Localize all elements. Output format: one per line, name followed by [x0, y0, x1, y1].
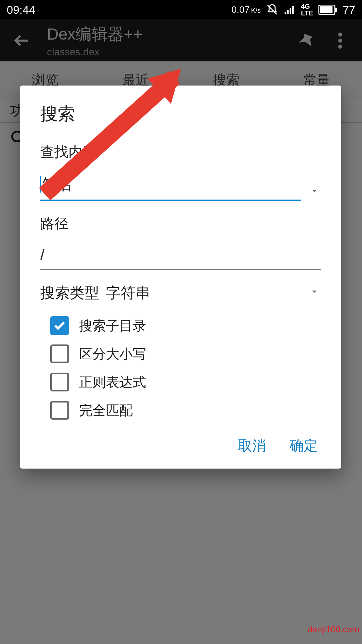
checkbox-case[interactable]: 区分大小写	[50, 344, 321, 363]
path-input[interactable]: /	[40, 243, 321, 270]
status-indicators: 0.07 K/s 4GLTE 77	[231, 3, 355, 16]
find-label: 查找内容	[40, 143, 321, 161]
checkbox-exact[interactable]: 完全匹配	[50, 401, 321, 420]
search-type-dropdown[interactable]	[308, 285, 321, 298]
checkbox-box	[50, 316, 69, 335]
checkbox-regex[interactable]: 正则表达式	[50, 373, 321, 391]
ok-button[interactable]: 确定	[290, 436, 318, 455]
status-bar: 09:44 0.07 K/s 4GLTE 77	[0, 0, 362, 19]
battery-icon	[318, 5, 337, 15]
mute-icon	[266, 4, 278, 16]
watermark: danji100.com	[307, 624, 359, 635]
checkbox-label: 完全匹配	[79, 401, 133, 420]
dialog-title: 搜索	[40, 102, 321, 126]
search-type-value: 字符串	[106, 283, 150, 303]
checkbox-label: 正则表达式	[79, 373, 146, 391]
checkbox-label: 搜索子目录	[79, 317, 146, 335]
path-label: 路径	[40, 214, 321, 233]
search-type-label: 搜索类型	[40, 283, 99, 303]
find-history-dropdown[interactable]	[308, 184, 321, 198]
checkbox-subdir[interactable]: 搜索子目录	[50, 316, 321, 335]
status-time: 09:44	[7, 3, 35, 16]
checkbox-box	[50, 373, 69, 391]
checkbox-label: 区分大小写	[79, 345, 146, 363]
cancel-button[interactable]: 取消	[238, 436, 266, 455]
network-speed: 0.07 K/s	[231, 4, 260, 15]
find-input[interactable]: 签名	[40, 171, 301, 201]
checkbox-box	[50, 344, 69, 363]
network-type: 4GLTE	[301, 3, 313, 16]
checkbox-box	[50, 401, 69, 420]
search-dialog: 搜索 查找内容 签名 路径 / 搜索类型 字符串 搜索子目录 区分大小写 正则表…	[20, 86, 341, 469]
svg-rect-2	[335, 8, 337, 12]
svg-rect-1	[320, 6, 333, 13]
signal-icon	[284, 4, 296, 16]
battery-level: 77	[343, 3, 355, 16]
